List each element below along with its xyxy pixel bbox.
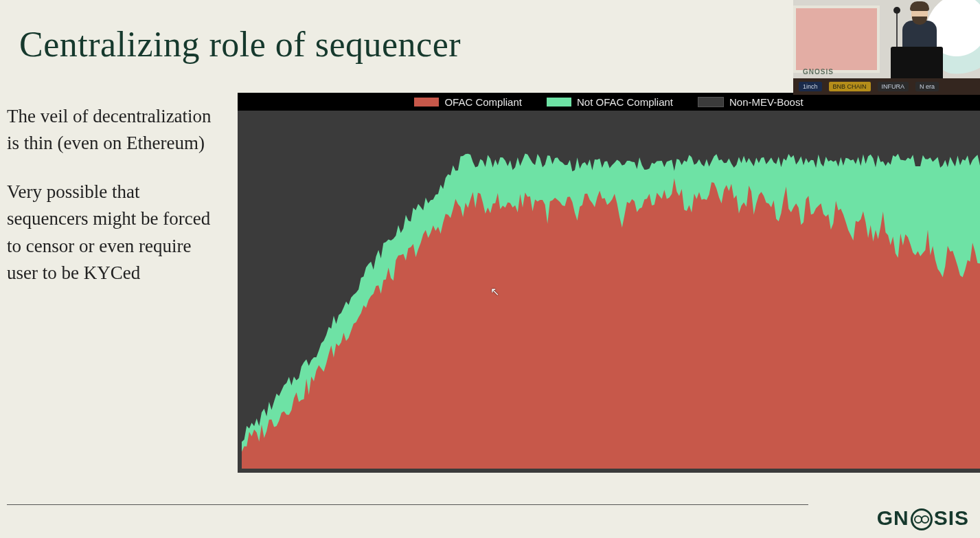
legend-swatch-ofac (414, 98, 439, 107)
chart-plot-area: ↖︎ (242, 111, 980, 469)
owl-icon (911, 508, 933, 530)
legend-swatch-nombev (698, 97, 724, 107)
legend-entry-notofac: Not OFAC Compliant (547, 96, 673, 108)
page-title: Centralizing role of sequencer (19, 24, 461, 65)
stacked-area-chart (242, 111, 980, 469)
inset-gnosis-logo: GNOSIS (803, 68, 834, 76)
presentation-screen (793, 5, 880, 73)
chart-legend: OFAC Compliant Not OFAC Compliant Non-ME… (238, 93, 980, 111)
paragraph-2: Very possible that sequencers might be f… (7, 179, 220, 287)
legend-label-ofac: OFAC Compliant (444, 96, 522, 108)
sponsor-bnbchain: BNB CHAIN (829, 82, 871, 91)
legend-label-nombev: Non-MEV-Boost (729, 96, 804, 108)
sponsor-nera: N era (915, 82, 939, 91)
sponsor-strip: 1inch BNB CHAIN INFURA N era (793, 78, 980, 95)
legend-label-notofac: Not OFAC Compliant (577, 96, 673, 108)
podium (891, 47, 943, 82)
side-text: The veil of decentralization is thin (ev… (7, 103, 220, 309)
logo-text-b: SIS (934, 506, 969, 530)
logo-text-a: GN (877, 506, 909, 530)
paragraph-1: The veil of decentralization is thin (ev… (7, 103, 220, 157)
legend-swatch-notofac (547, 98, 571, 107)
sponsor-1inch: 1inch (799, 82, 822, 91)
chart-panel: OFAC Compliant Not OFAC Compliant Non-ME… (238, 93, 980, 473)
footer-divider (7, 504, 808, 505)
legend-entry-ofac: OFAC Compliant (414, 96, 522, 108)
gnosis-logo: GN SIS (877, 506, 969, 530)
sponsor-infura: INFURA (878, 82, 909, 91)
legend-entry-nombev: Non-MEV-Boost (698, 96, 804, 108)
speaker-video-inset: GNOSIS 1inch BNB CHAIN INFURA N era (793, 0, 980, 95)
